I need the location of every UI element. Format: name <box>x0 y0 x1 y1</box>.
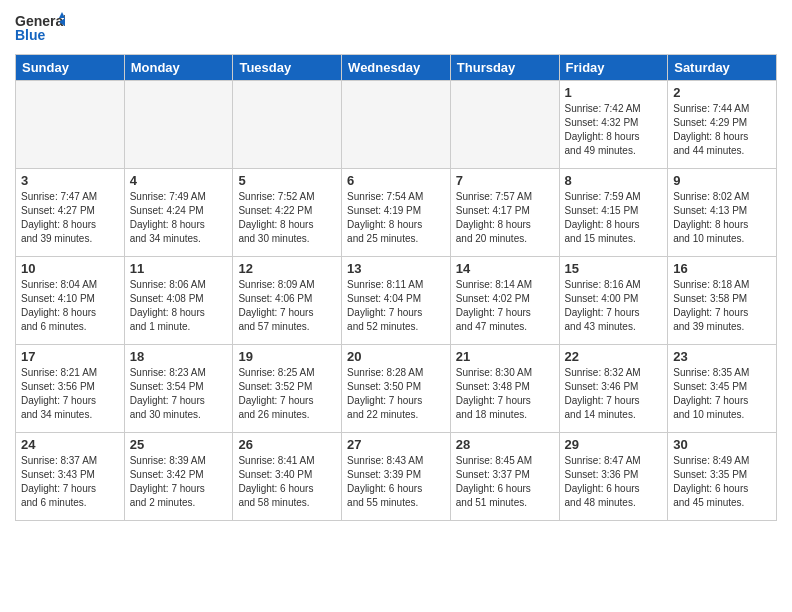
day-number: 9 <box>673 173 771 188</box>
calendar-day-cell: 3Sunrise: 7:47 AM Sunset: 4:27 PM Daylig… <box>16 169 125 257</box>
day-number: 13 <box>347 261 445 276</box>
calendar-day-cell: 26Sunrise: 8:41 AM Sunset: 3:40 PM Dayli… <box>233 433 342 521</box>
calendar-day-cell: 15Sunrise: 8:16 AM Sunset: 4:00 PM Dayli… <box>559 257 668 345</box>
day-info: Sunrise: 8:41 AM Sunset: 3:40 PM Dayligh… <box>238 454 336 510</box>
calendar-day-cell: 25Sunrise: 8:39 AM Sunset: 3:42 PM Dayli… <box>124 433 233 521</box>
calendar-day-cell <box>16 81 125 169</box>
logo-icon: General Blue <box>15 10 65 50</box>
day-number: 11 <box>130 261 228 276</box>
day-info: Sunrise: 8:11 AM Sunset: 4:04 PM Dayligh… <box>347 278 445 334</box>
day-number: 6 <box>347 173 445 188</box>
calendar-week-row: 1Sunrise: 7:42 AM Sunset: 4:32 PM Daylig… <box>16 81 777 169</box>
calendar-day-cell: 17Sunrise: 8:21 AM Sunset: 3:56 PM Dayli… <box>16 345 125 433</box>
calendar-day-cell: 18Sunrise: 8:23 AM Sunset: 3:54 PM Dayli… <box>124 345 233 433</box>
calendar-day-header: Tuesday <box>233 55 342 81</box>
calendar-day-cell: 29Sunrise: 8:47 AM Sunset: 3:36 PM Dayli… <box>559 433 668 521</box>
calendar-day-cell: 5Sunrise: 7:52 AM Sunset: 4:22 PM Daylig… <box>233 169 342 257</box>
calendar-table: SundayMondayTuesdayWednesdayThursdayFrid… <box>15 54 777 521</box>
day-info: Sunrise: 8:39 AM Sunset: 3:42 PM Dayligh… <box>130 454 228 510</box>
day-number: 29 <box>565 437 663 452</box>
calendar-day-cell: 23Sunrise: 8:35 AM Sunset: 3:45 PM Dayli… <box>668 345 777 433</box>
day-number: 18 <box>130 349 228 364</box>
day-info: Sunrise: 8:49 AM Sunset: 3:35 PM Dayligh… <box>673 454 771 510</box>
day-info: Sunrise: 7:49 AM Sunset: 4:24 PM Dayligh… <box>130 190 228 246</box>
day-number: 24 <box>21 437 119 452</box>
calendar-week-row: 10Sunrise: 8:04 AM Sunset: 4:10 PM Dayli… <box>16 257 777 345</box>
day-info: Sunrise: 8:09 AM Sunset: 4:06 PM Dayligh… <box>238 278 336 334</box>
day-number: 17 <box>21 349 119 364</box>
day-info: Sunrise: 8:25 AM Sunset: 3:52 PM Dayligh… <box>238 366 336 422</box>
day-info: Sunrise: 8:30 AM Sunset: 3:48 PM Dayligh… <box>456 366 554 422</box>
day-info: Sunrise: 7:54 AM Sunset: 4:19 PM Dayligh… <box>347 190 445 246</box>
day-number: 25 <box>130 437 228 452</box>
day-info: Sunrise: 8:43 AM Sunset: 3:39 PM Dayligh… <box>347 454 445 510</box>
day-info: Sunrise: 7:44 AM Sunset: 4:29 PM Dayligh… <box>673 102 771 158</box>
day-number: 20 <box>347 349 445 364</box>
calendar-day-cell: 11Sunrise: 8:06 AM Sunset: 4:08 PM Dayli… <box>124 257 233 345</box>
day-info: Sunrise: 8:02 AM Sunset: 4:13 PM Dayligh… <box>673 190 771 246</box>
calendar-day-cell: 7Sunrise: 7:57 AM Sunset: 4:17 PM Daylig… <box>450 169 559 257</box>
calendar-day-cell: 8Sunrise: 7:59 AM Sunset: 4:15 PM Daylig… <box>559 169 668 257</box>
day-info: Sunrise: 7:42 AM Sunset: 4:32 PM Dayligh… <box>565 102 663 158</box>
day-info: Sunrise: 7:47 AM Sunset: 4:27 PM Dayligh… <box>21 190 119 246</box>
calendar-day-cell <box>342 81 451 169</box>
calendar-day-cell: 19Sunrise: 8:25 AM Sunset: 3:52 PM Dayli… <box>233 345 342 433</box>
day-number: 30 <box>673 437 771 452</box>
calendar-day-header: Saturday <box>668 55 777 81</box>
header: General Blue <box>15 10 777 50</box>
calendar-day-cell: 30Sunrise: 8:49 AM Sunset: 3:35 PM Dayli… <box>668 433 777 521</box>
day-info: Sunrise: 8:16 AM Sunset: 4:00 PM Dayligh… <box>565 278 663 334</box>
calendar-header-row: SundayMondayTuesdayWednesdayThursdayFrid… <box>16 55 777 81</box>
calendar-day-cell: 28Sunrise: 8:45 AM Sunset: 3:37 PM Dayli… <box>450 433 559 521</box>
day-number: 21 <box>456 349 554 364</box>
calendar-day-cell: 9Sunrise: 8:02 AM Sunset: 4:13 PM Daylig… <box>668 169 777 257</box>
calendar-day-header: Wednesday <box>342 55 451 81</box>
day-number: 14 <box>456 261 554 276</box>
day-number: 7 <box>456 173 554 188</box>
day-info: Sunrise: 8:28 AM Sunset: 3:50 PM Dayligh… <box>347 366 445 422</box>
calendar-day-cell: 6Sunrise: 7:54 AM Sunset: 4:19 PM Daylig… <box>342 169 451 257</box>
calendar-day-header: Thursday <box>450 55 559 81</box>
svg-text:Blue: Blue <box>15 27 46 43</box>
day-info: Sunrise: 8:21 AM Sunset: 3:56 PM Dayligh… <box>21 366 119 422</box>
day-info: Sunrise: 8:18 AM Sunset: 3:58 PM Dayligh… <box>673 278 771 334</box>
page: General Blue SundayMondayTuesdayWednesda… <box>0 0 792 612</box>
calendar-day-cell: 20Sunrise: 8:28 AM Sunset: 3:50 PM Dayli… <box>342 345 451 433</box>
day-info: Sunrise: 7:52 AM Sunset: 4:22 PM Dayligh… <box>238 190 336 246</box>
calendar-day-cell: 12Sunrise: 8:09 AM Sunset: 4:06 PM Dayli… <box>233 257 342 345</box>
calendar-day-cell <box>450 81 559 169</box>
calendar-week-row: 17Sunrise: 8:21 AM Sunset: 3:56 PM Dayli… <box>16 345 777 433</box>
day-number: 16 <box>673 261 771 276</box>
day-info: Sunrise: 7:59 AM Sunset: 4:15 PM Dayligh… <box>565 190 663 246</box>
day-number: 28 <box>456 437 554 452</box>
calendar-day-cell: 21Sunrise: 8:30 AM Sunset: 3:48 PM Dayli… <box>450 345 559 433</box>
calendar-day-cell: 2Sunrise: 7:44 AM Sunset: 4:29 PM Daylig… <box>668 81 777 169</box>
calendar-day-cell: 24Sunrise: 8:37 AM Sunset: 3:43 PM Dayli… <box>16 433 125 521</box>
day-number: 22 <box>565 349 663 364</box>
day-number: 19 <box>238 349 336 364</box>
calendar-day-header: Monday <box>124 55 233 81</box>
day-number: 5 <box>238 173 336 188</box>
calendar-day-header: Friday <box>559 55 668 81</box>
day-info: Sunrise: 8:35 AM Sunset: 3:45 PM Dayligh… <box>673 366 771 422</box>
day-number: 8 <box>565 173 663 188</box>
calendar-day-cell: 16Sunrise: 8:18 AM Sunset: 3:58 PM Dayli… <box>668 257 777 345</box>
day-info: Sunrise: 8:45 AM Sunset: 3:37 PM Dayligh… <box>456 454 554 510</box>
day-info: Sunrise: 8:32 AM Sunset: 3:46 PM Dayligh… <box>565 366 663 422</box>
day-number: 1 <box>565 85 663 100</box>
day-info: Sunrise: 8:14 AM Sunset: 4:02 PM Dayligh… <box>456 278 554 334</box>
calendar-day-cell <box>124 81 233 169</box>
logo: General Blue <box>15 10 65 50</box>
day-info: Sunrise: 8:47 AM Sunset: 3:36 PM Dayligh… <box>565 454 663 510</box>
calendar-day-header: Sunday <box>16 55 125 81</box>
day-number: 2 <box>673 85 771 100</box>
calendar-day-cell: 1Sunrise: 7:42 AM Sunset: 4:32 PM Daylig… <box>559 81 668 169</box>
day-number: 4 <box>130 173 228 188</box>
day-number: 15 <box>565 261 663 276</box>
day-number: 26 <box>238 437 336 452</box>
day-info: Sunrise: 8:23 AM Sunset: 3:54 PM Dayligh… <box>130 366 228 422</box>
calendar-day-cell <box>233 81 342 169</box>
day-number: 12 <box>238 261 336 276</box>
day-info: Sunrise: 7:57 AM Sunset: 4:17 PM Dayligh… <box>456 190 554 246</box>
day-number: 23 <box>673 349 771 364</box>
